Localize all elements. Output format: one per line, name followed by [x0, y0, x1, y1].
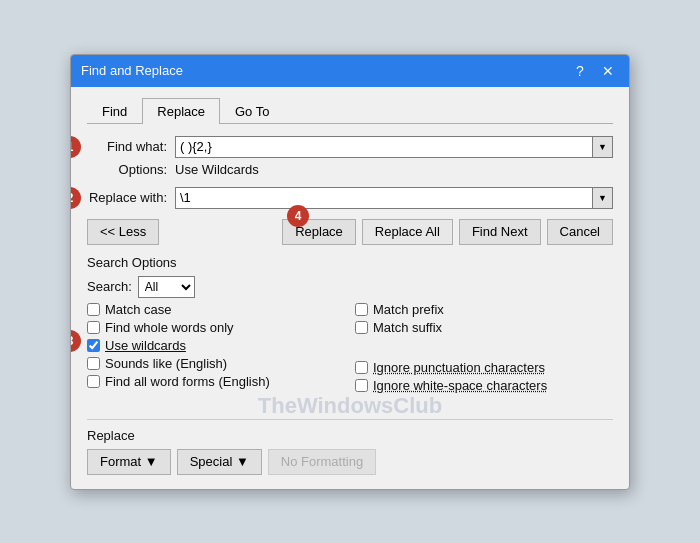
search-select[interactable]: All Up Down — [138, 276, 195, 298]
replace-with-label: Replace with: — [87, 190, 175, 205]
find-what-dropdown[interactable]: ▼ — [593, 136, 613, 158]
no-formatting-button[interactable]: No Formatting — [268, 449, 376, 475]
ignore-space-checkbox[interactable] — [355, 379, 368, 392]
replace-with-input[interactable] — [175, 187, 593, 209]
replace-with-row: 2 Replace with: ▼ — [87, 187, 613, 209]
sounds-like-checkbox[interactable] — [87, 357, 100, 370]
checkbox-ignore-punct: Ignore punctuation characters — [355, 360, 613, 375]
match-prefix-label[interactable]: Match prefix — [373, 302, 444, 317]
watermark-area: TheWindowsClub — [87, 393, 613, 409]
options-col-right: Match prefix Match suffix Ignore punctua… — [345, 302, 613, 393]
replace-with-input-wrap: ▼ — [175, 187, 613, 209]
watermark: TheWindowsClub — [258, 393, 442, 419]
options-row: Options: Use Wildcards — [87, 162, 613, 177]
title-bar: Find and Replace ? ✕ — [71, 55, 629, 87]
title-bar-controls: ? ✕ — [569, 60, 619, 82]
replace-with-dropdown[interactable]: ▼ — [593, 187, 613, 209]
close-button[interactable]: ✕ — [597, 60, 619, 82]
special-button[interactable]: Special ▼ — [177, 449, 262, 475]
dialog-title: Find and Replace — [81, 63, 183, 78]
tab-goto[interactable]: Go To — [220, 98, 284, 124]
replace-section: Replace Format ▼ Special ▼ No Formatting — [87, 428, 613, 475]
word-forms-label[interactable]: Find all word forms (English) — [105, 374, 270, 389]
annotation-1: 1 — [70, 136, 81, 158]
options-col-left: Match case Find whole words only Use wil… — [87, 302, 345, 393]
ignore-punct-checkbox[interactable] — [355, 361, 368, 374]
find-what-label: Find what: — [87, 139, 175, 154]
checkbox-ignore-space: Ignore white-space characters — [355, 378, 613, 393]
find-replace-dialog: Find and Replace ? ✕ Find Replace Go To … — [70, 54, 630, 490]
match-case-checkbox[interactable] — [87, 303, 100, 316]
use-wildcards-label[interactable]: Use wildcards — [105, 338, 186, 353]
less-button[interactable]: << Less — [87, 219, 159, 245]
checkbox-word-forms: Find all word forms (English) — [87, 374, 345, 389]
options-columns: 3 Match case Find whole words only Use w… — [87, 302, 613, 393]
cancel-button[interactable]: Cancel — [547, 219, 613, 245]
match-suffix-checkbox[interactable] — [355, 321, 368, 334]
find-what-input[interactable] — [175, 136, 593, 158]
annotation-4: 4 — [287, 205, 309, 227]
checkbox-match-case: Match case — [87, 302, 345, 317]
checkbox-match-prefix: Match prefix — [355, 302, 613, 317]
dialog-body: Find Replace Go To 1 Find what: ▼ Option… — [71, 87, 629, 489]
find-what-input-wrap: ▼ — [175, 136, 613, 158]
replace-section-buttons: Format ▼ Special ▼ No Formatting — [87, 449, 613, 475]
match-prefix-checkbox[interactable] — [355, 303, 368, 316]
whole-words-checkbox[interactable] — [87, 321, 100, 334]
checkbox-match-suffix: Match suffix — [355, 320, 613, 335]
format-button[interactable]: Format ▼ — [87, 449, 171, 475]
options-label: Options: — [87, 162, 175, 177]
sounds-like-label[interactable]: Sounds like (English) — [105, 356, 227, 371]
find-what-row: 1 Find what: ▼ — [87, 136, 613, 158]
use-wildcards-checkbox[interactable] — [87, 339, 100, 352]
tab-find[interactable]: Find — [87, 98, 142, 124]
checkbox-sounds-like: Sounds like (English) — [87, 356, 345, 371]
search-label: Search: — [87, 279, 132, 294]
ignore-space-label[interactable]: Ignore white-space characters — [373, 378, 547, 393]
match-case-label[interactable]: Match case — [105, 302, 171, 317]
help-button[interactable]: ? — [569, 60, 591, 82]
options-value: Use Wildcards — [175, 162, 259, 177]
word-forms-checkbox[interactable] — [87, 375, 100, 388]
search-options-section-label: Search Options — [87, 255, 613, 270]
replace-section-label: Replace — [87, 428, 613, 443]
ignore-punct-label[interactable]: Ignore punctuation characters — [373, 360, 545, 375]
annotation-2: 2 — [70, 187, 81, 209]
find-next-button[interactable]: Find Next — [459, 219, 541, 245]
tab-replace[interactable]: Replace — [142, 98, 220, 124]
action-buttons-row: 4 << Less Replace Replace All Find Next … — [87, 219, 613, 245]
tabs-bar: Find Replace Go To — [87, 97, 613, 124]
search-row: Search: All Up Down — [87, 276, 613, 298]
annotation-3: 3 — [70, 330, 81, 352]
match-suffix-label[interactable]: Match suffix — [373, 320, 442, 335]
checkbox-use-wildcards: Use wildcards — [87, 338, 345, 353]
checkbox-whole-words: Find whole words only — [87, 320, 345, 335]
whole-words-label[interactable]: Find whole words only — [105, 320, 234, 335]
divider — [87, 419, 613, 420]
replace-all-button[interactable]: Replace All — [362, 219, 453, 245]
